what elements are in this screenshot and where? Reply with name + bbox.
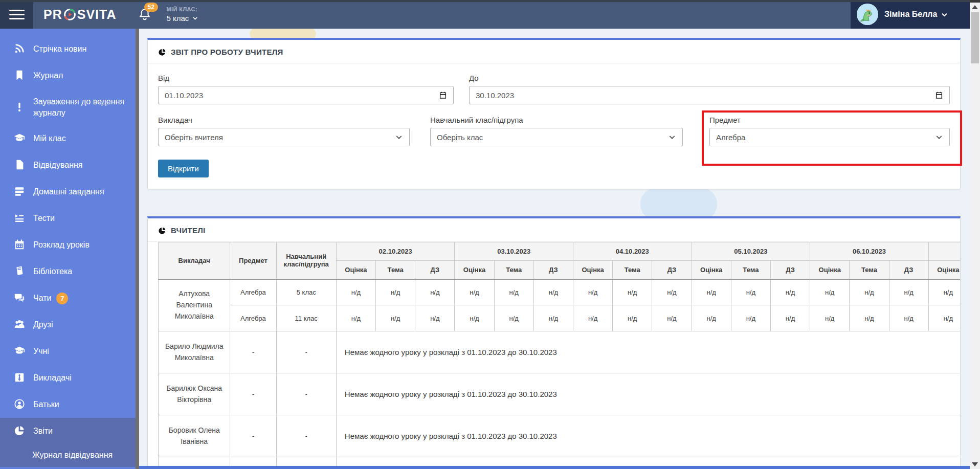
list-icon xyxy=(14,212,26,225)
no-data-cell: н/д xyxy=(770,279,810,305)
class-cell: - xyxy=(276,373,336,415)
date-picker-icon[interactable] xyxy=(935,91,943,99)
sidebar-item-label: Стрічка новин xyxy=(33,43,86,55)
notifications-button[interactable]: 52 xyxy=(138,8,151,21)
pie-chart-icon xyxy=(158,48,166,56)
subject-label: Предмет xyxy=(709,116,950,124)
subject-cell: - xyxy=(230,331,276,373)
book-icon xyxy=(14,265,26,278)
sidebar-item-label: Викладачі xyxy=(33,372,72,384)
sub-column-header: Оцінка xyxy=(336,261,375,279)
no-data-cell: н/д xyxy=(770,305,810,331)
sub-column-header: ДЗ xyxy=(652,261,692,279)
scroll-up-arrow[interactable] xyxy=(972,5,978,9)
user-name: Зіміна Белла xyxy=(884,10,948,19)
sub-column-header: Оцінка xyxy=(928,261,960,279)
no-data-cell: н/д xyxy=(928,305,960,331)
hamburger-icon xyxy=(9,7,25,22)
no-data-cell: н/д xyxy=(889,279,928,305)
grad-cap-icon xyxy=(14,345,26,358)
scroll-down-arrow[interactable] xyxy=(972,462,978,466)
teachers-panel-title: ВЧИТЕЛІ xyxy=(148,218,960,242)
sidebar-item-label: Звіти xyxy=(33,426,53,437)
from-date-input[interactable]: 01.10.2023 xyxy=(158,86,454,104)
sidebar-item-reports[interactable]: Звіти xyxy=(0,418,136,444)
sidebar-item-students[interactable]: Учні xyxy=(0,338,136,365)
tie-icon xyxy=(14,372,26,384)
sidebar-item-chats[interactable]: Чати7 xyxy=(0,285,136,311)
sub-column-header: Тема xyxy=(850,261,889,279)
sidebar-item-news[interactable]: Стрічка новин xyxy=(0,36,136,62)
date-group-header: 02.10.2023 xyxy=(336,242,455,261)
no-data-cell: н/д xyxy=(850,279,889,305)
no-lessons-message-cell: Немає жодного уроку у розкладі з 01.10.2… xyxy=(336,415,960,457)
no-data-cell: н/д xyxy=(692,279,731,305)
no-data-cell: н/д xyxy=(573,305,613,331)
class-cell: 11 клас xyxy=(276,305,336,331)
teacher-empty-row: Барило Людмила Миколаївна--Немає жодного… xyxy=(159,331,961,373)
sidebar-subitem-attendance-journal[interactable]: Журнал відвідування xyxy=(0,444,136,467)
no-data-cell: н/д xyxy=(652,305,692,331)
to-date-input[interactable]: 30.10.2023 xyxy=(469,86,950,104)
teacher-name-cell: Алтухова Валентина Миколаївна xyxy=(159,279,230,331)
subject-cell: - xyxy=(230,415,276,457)
sidebar-item-journal[interactable]: Журнал xyxy=(0,62,136,89)
to-date-label: До xyxy=(469,74,950,82)
subject-select[interactable]: Алгебра xyxy=(709,128,950,146)
sidebar-item-teachers[interactable]: Викладачі xyxy=(0,365,136,391)
sub-column-header: Тема xyxy=(613,261,652,279)
open-report-button[interactable]: Відкрити xyxy=(158,160,209,177)
no-data-cell: н/д xyxy=(889,305,928,331)
date-picker-icon[interactable] xyxy=(439,91,447,99)
user-menu[interactable]: Зіміна Белла xyxy=(851,0,970,29)
teachers-panel: ВЧИТЕЛІ ВикладачПредметНавчальний клас/п… xyxy=(147,216,961,469)
chevron-down-icon xyxy=(395,133,403,141)
sidebar-item-attendance[interactable]: Відвідування xyxy=(0,152,136,178)
no-data-cell: н/д xyxy=(810,305,850,331)
chevron-down-icon xyxy=(935,133,943,141)
scrollbar-thumb[interactable] xyxy=(971,12,979,63)
sidebar-item-remarks[interactable]: Зауваження до ведення журналу xyxy=(0,89,136,125)
prosvita-logo[interactable]: PR SVITA xyxy=(43,0,117,29)
sidebar-item-label: Зауваження до ведення журналу xyxy=(33,96,130,118)
class-select[interactable]: Оберіть клас xyxy=(430,128,683,146)
sidebar-item-schedule[interactable]: Розклад уроків xyxy=(0,232,136,258)
bookmark-icon xyxy=(14,70,26,82)
no-data-cell: н/д xyxy=(415,279,455,305)
menu-toggle-button[interactable] xyxy=(0,0,33,29)
sub-column-header: Оцінка xyxy=(573,261,613,279)
no-data-cell: н/д xyxy=(652,279,692,305)
subject-cell: Алгебра xyxy=(230,305,276,331)
no-data-cell: н/д xyxy=(731,305,770,331)
sidebar-item-library[interactable]: Бібліотека xyxy=(0,258,136,285)
my-class-label: МІЙ КЛАС: xyxy=(167,6,199,12)
my-class-dropdown[interactable]: 5 клас xyxy=(167,14,199,23)
date-group-header: 04.10.2023 xyxy=(573,242,692,261)
sidebar-item-label: Тести xyxy=(33,213,55,224)
sidebar-scrollbar[interactable] xyxy=(136,29,139,469)
teacher-data-row: Алтухова Валентина МиколаївнаАлгебра5 кл… xyxy=(159,279,961,305)
sidebar-item-tests[interactable]: Тести xyxy=(0,205,136,232)
column-header: Викладач xyxy=(159,242,230,279)
grad-cap-icon xyxy=(14,132,26,145)
sub-column-header: Оцінка xyxy=(692,261,731,279)
sub-column-header: Тема xyxy=(376,261,415,279)
subject-cell: - xyxy=(230,373,276,415)
users-icon xyxy=(14,319,26,331)
teacher-select[interactable]: Оберіть вчителя xyxy=(158,128,410,146)
logo-o-icon xyxy=(63,8,77,21)
page-scrollbar[interactable] xyxy=(970,0,980,469)
no-data-cell: н/д xyxy=(928,279,960,305)
logo-text-pre: PR xyxy=(43,7,62,22)
logo-text-post: SVITA xyxy=(77,7,117,22)
no-data-cell: н/д xyxy=(533,279,573,305)
no-data-cell: н/д xyxy=(336,305,375,331)
sidebar-item-parents[interactable]: Батьки xyxy=(0,391,136,418)
page-icon xyxy=(14,159,26,171)
sidebar-item-homework[interactable]: Домашні завдання xyxy=(0,178,136,205)
sidebar-item-friends[interactable]: Друзі xyxy=(0,311,136,338)
sub-column-header: ДЗ xyxy=(533,261,573,279)
date-group-header: 05.10.2023 xyxy=(692,242,810,261)
sidebar-item-my-class[interactable]: Мій клас xyxy=(0,125,136,152)
dinosaur-avatar-image xyxy=(857,4,878,25)
